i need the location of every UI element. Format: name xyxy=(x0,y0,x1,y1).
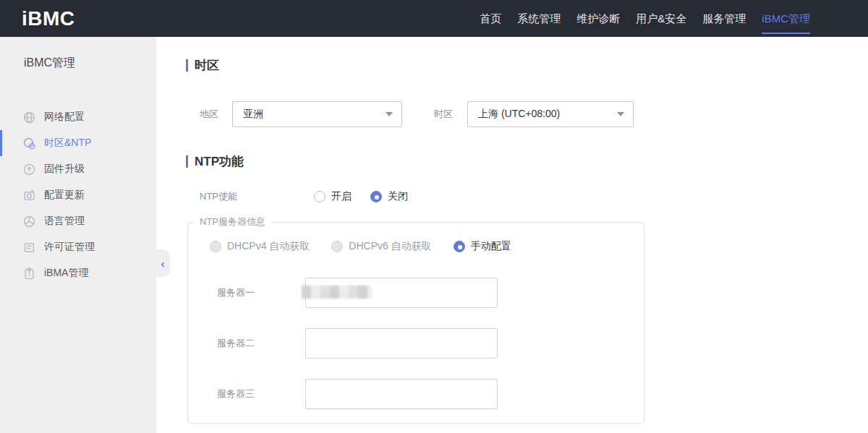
radio-ntp-off[interactable]: 关闭 xyxy=(370,190,408,203)
ntp-server-mode-row: DHCPv4 自动获取 DHCPv6 自动获取 手动配置 xyxy=(210,240,644,253)
ibmc-app: iBMC 首页 系统管理 维护诊断 用户&安全 服务管理 iBMC管理 iBMC… xyxy=(0,0,868,433)
server2-input[interactable] xyxy=(305,328,498,359)
radio-disabled-icon xyxy=(210,241,221,252)
region-label: 地区 xyxy=(200,108,232,121)
language-globe-icon xyxy=(23,215,35,228)
timezone-clock-icon xyxy=(23,137,35,150)
radio-dhcpv6-auto[interactable]: DHCPv6 自动获取 xyxy=(331,240,431,253)
ntp-enable-radio-group: 开启 关闭 xyxy=(314,190,408,203)
chevron-down-icon xyxy=(386,112,393,116)
active-indicator-bar xyxy=(0,130,2,156)
sidebar-item-network-config[interactable]: 网络配置 xyxy=(0,104,156,130)
top-navbar: iBMC 首页 系统管理 维护诊断 用户&安全 服务管理 iBMC管理 xyxy=(0,0,868,37)
sidebar-item-language-mgmt[interactable]: 语言管理 xyxy=(0,208,156,234)
sidebar-item-license-mgmt[interactable]: 许可证管理 xyxy=(0,234,156,260)
radio-ntp-on[interactable]: 开启 xyxy=(314,190,352,203)
chevron-left-icon: ‹ xyxy=(161,258,165,269)
radio-checked-icon xyxy=(454,241,465,252)
server3-label: 服务器三 xyxy=(217,387,305,400)
server-row-1: 服务器一 xyxy=(217,278,644,308)
main-content: 时区 地区 亚洲 时区 上海 (UTC+08:00) NTP功能 NTP xyxy=(156,37,868,433)
clipboard-icon xyxy=(23,267,35,280)
ntp-enable-row: NTP使能 开启 关闭 xyxy=(186,190,868,203)
radio-label: DHCPv6 自动获取 xyxy=(349,240,431,253)
server2-label: 服务器二 xyxy=(217,337,305,350)
nav-item-user-security[interactable]: 用户&安全 xyxy=(636,11,686,26)
ntp-enable-label: NTP使能 xyxy=(200,190,314,203)
sidebar-item-config-update[interactable]: 配置更新 xyxy=(0,182,156,208)
server3-input-wrap xyxy=(305,379,498,409)
timezone-label: 时区 xyxy=(434,108,463,121)
server1-input[interactable] xyxy=(305,278,498,308)
server-row-2: 服务器二 xyxy=(217,328,644,359)
sidebar-item-label: 固件升级 xyxy=(44,163,85,176)
sidebar-item-firmware-upgrade[interactable]: 固件升级 xyxy=(0,156,156,182)
sidebar-menu: 网络配置 时区&NTP 固件升级 xyxy=(0,104,156,286)
server3-input[interactable] xyxy=(305,379,498,409)
license-document-icon xyxy=(23,241,35,254)
timezone-select[interactable]: 上海 (UTC+08:00) xyxy=(467,101,634,127)
nav-item-maintenance-diag[interactable]: 维护诊断 xyxy=(576,11,620,26)
sidebar-title: iBMC管理 xyxy=(24,56,156,71)
radio-unchecked-icon xyxy=(314,191,326,202)
sidebar-item-label: 时区&NTP xyxy=(44,137,91,150)
accent-bar xyxy=(186,59,188,72)
accent-bar xyxy=(186,155,188,168)
radio-label: 关闭 xyxy=(388,190,408,203)
radio-manual-config[interactable]: 手动配置 xyxy=(454,240,511,253)
sidebar-collapse-button[interactable]: ‹ xyxy=(156,249,170,277)
sidebar-item-label: 语言管理 xyxy=(44,215,85,228)
section-title-ntp: NTP功能 xyxy=(186,154,868,168)
content-row: iBMC管理 网络配置 时区&NTP xyxy=(0,37,868,433)
upgrade-arrow-icon xyxy=(23,163,35,176)
nav-item-home[interactable]: 首页 xyxy=(480,11,501,26)
timezone-form-row: 地区 亚洲 时区 上海 (UTC+08:00) xyxy=(186,101,868,127)
server-row-3: 服务器三 xyxy=(217,379,644,409)
chevron-down-icon xyxy=(617,112,624,116)
config-update-icon xyxy=(23,189,35,202)
radio-dhcpv4-auto[interactable]: DHCPv4 自动获取 xyxy=(210,240,310,253)
nav-item-system-mgmt[interactable]: 系统管理 xyxy=(517,11,561,26)
sidebar-item-label: 网络配置 xyxy=(44,111,85,124)
radio-label: 手动配置 xyxy=(471,240,511,253)
sidebar-item-ibma-mgmt[interactable]: iBMA管理 xyxy=(0,260,156,286)
ntp-server-fieldset: NTP服务器信息 DHCPv4 自动获取 DHCPv6 自动获取 手动配置 xyxy=(187,215,644,424)
sidebar-item-label: iBMA管理 xyxy=(44,267,88,280)
sidebar: iBMC管理 网络配置 时区&NTP xyxy=(0,37,156,433)
radio-label: 开启 xyxy=(331,190,352,203)
nav-item-ibmc-mgmt[interactable]: iBMC管理 xyxy=(762,11,810,26)
server2-input-wrap xyxy=(305,328,498,359)
timezone-select-value: 上海 (UTC+08:00) xyxy=(478,108,560,121)
sidebar-item-label: 配置更新 xyxy=(44,189,85,202)
top-nav: 首页 系统管理 维护诊断 用户&安全 服务管理 iBMC管理 xyxy=(480,11,868,26)
globe-icon xyxy=(23,111,35,124)
section-title-text: 时区 xyxy=(195,57,219,74)
sidebar-item-timezone-ntp[interactable]: 时区&NTP xyxy=(0,130,156,156)
server1-input-wrap xyxy=(305,278,498,308)
section-title-text: NTP功能 xyxy=(195,153,244,170)
nav-item-service-mgmt[interactable]: 服务管理 xyxy=(702,11,746,26)
radio-label: DHCPv4 自动获取 xyxy=(227,240,310,253)
ntp-server-legend: NTP服务器信息 xyxy=(194,215,271,228)
radio-disabled-icon xyxy=(331,241,343,252)
section-title-timezone: 时区 xyxy=(186,58,868,72)
app-logo: iBMC xyxy=(22,9,75,29)
sidebar-item-label: 许可证管理 xyxy=(44,241,95,254)
radio-checked-icon xyxy=(370,191,382,202)
server1-label: 服务器一 xyxy=(217,286,305,299)
region-select[interactable]: 亚洲 xyxy=(232,101,402,127)
region-select-value: 亚洲 xyxy=(243,108,263,121)
